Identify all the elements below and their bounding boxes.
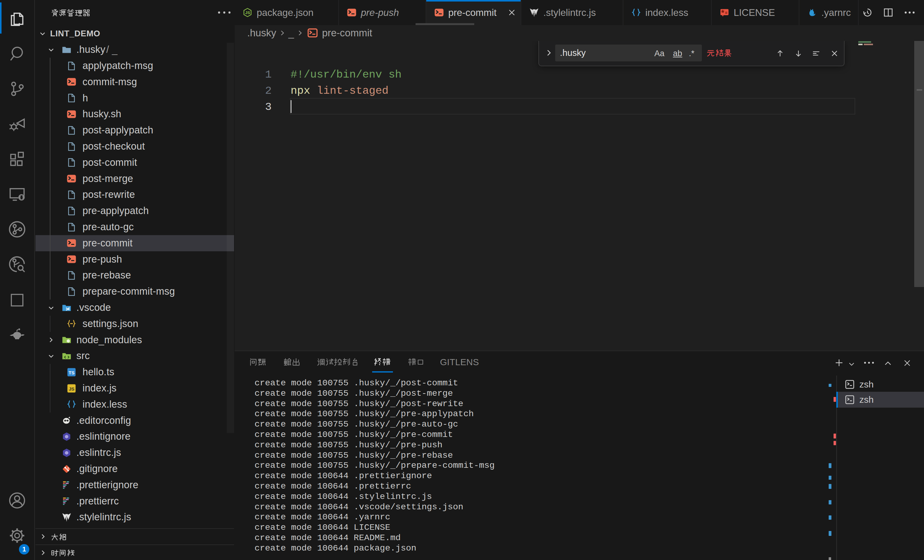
svg-text:JS: JS	[69, 386, 75, 391]
svg-text:JS: JS	[245, 10, 250, 15]
svg-text:TS: TS	[69, 370, 74, 375]
